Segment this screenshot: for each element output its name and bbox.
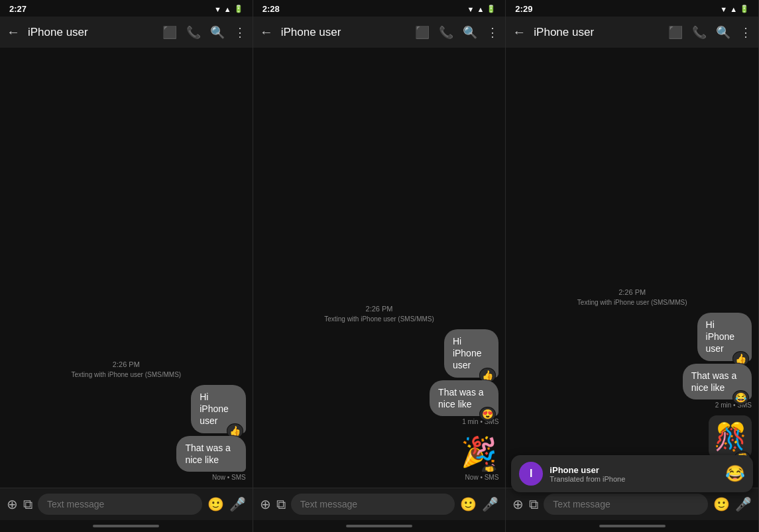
status-icons-2: ▼ ▲ 🔋 (467, 5, 496, 13)
system-label-1: Texting with iPhone user (SMS/MMS) (7, 371, 246, 378)
bubble-3-2: That was a nice like 😂 (683, 364, 752, 399)
signal-icon-2: ▲ (477, 5, 484, 13)
add-icon-2[interactable]: ⊕ (260, 496, 271, 512)
status-bar-3: 2:29 ▼ ▲ 🔋 (506, 0, 758, 17)
signal-icon-3: ▲ (730, 5, 737, 13)
app-bar-2: ← iPhone user ⬛ 📞 🔍 ⋮ (253, 17, 506, 48)
phone-screen-2: 2:28 ▼ ▲ 🔋 ← iPhone user ⬛ 📞 🔍 ⋮ 2:26 PM… (253, 0, 506, 532)
notification-emoji-3: 😂 (725, 464, 745, 483)
nav-indicator-3 (506, 520, 758, 532)
status-time-3: 2:29 (515, 4, 532, 14)
wifi-icon-2: ▼ (467, 5, 475, 13)
video-call-icon-3[interactable]: ⬛ (667, 24, 684, 41)
signal-icon: ▲ (224, 5, 231, 13)
phone-screen-1: 2:27 ▼ ▲ 🔋 ← iPhone user ⬛ 📞 🔍 ⋮ 2:26 PM… (0, 0, 253, 532)
emoji-icon-1[interactable]: 🙂 (207, 496, 224, 512)
mic-icon-2[interactable]: 🎤 (482, 496, 498, 512)
message-row-3-1: Hi iPhone user 👍 (512, 313, 752, 361)
search-icon-2[interactable]: 🔍 (461, 24, 479, 41)
notification-text-3: iPhone user Translated from iPhone (550, 465, 719, 483)
attach-icon-3[interactable]: ⧉ (529, 497, 538, 512)
attach-icon-2[interactable]: ⧉ (276, 497, 286, 512)
message-area-3: 2:26 PM Texting with iPhone user (SMS/MM… (506, 48, 758, 488)
more-icon-2[interactable]: ⋮ (485, 24, 500, 41)
input-bar-3: ⊕ ⧉ 🙂 🎤 (506, 488, 758, 520)
back-button-3[interactable]: ← (508, 22, 530, 42)
nav-indicator-2 (253, 520, 506, 532)
phone-call-icon-1[interactable]: 📞 (185, 24, 202, 41)
wifi-icon-3: ▼ (720, 5, 727, 13)
notification-avatar-3: I (519, 462, 543, 486)
contact-name-1: iPhone user (28, 26, 157, 39)
message-row-2-3: 🎉 👎 Now • SMS (260, 432, 499, 485)
status-time-2: 2:28 (263, 4, 280, 14)
add-icon-3[interactable]: ⊕ (512, 496, 524, 512)
notification-banner-3[interactable]: I iPhone user Translated from iPhone 😂 (511, 455, 753, 492)
phone-call-icon-2[interactable]: 📞 (438, 24, 455, 41)
add-icon-1[interactable]: ⊕ (7, 496, 18, 512)
bubble-3-1: Hi iPhone user 👍 (697, 313, 752, 361)
back-button-2[interactable]: ← (256, 22, 277, 42)
reaction-3-2: 😂 (732, 390, 749, 405)
contact-name-2: iPhone user (281, 26, 410, 39)
reaction-2-3: 👎 (481, 464, 497, 472)
wifi-icon: ▼ (214, 5, 221, 13)
more-icon-1[interactable]: ⋮ (233, 24, 247, 41)
action-icons-2: ⬛ 📞 🔍 ⋮ (414, 24, 500, 41)
message-row-1-1: Hi iPhone user 👍 (7, 385, 246, 433)
video-call-icon-2[interactable]: ⬛ (414, 24, 431, 41)
bubble-2-2: That was a nice like 😍 (430, 380, 498, 416)
emoji-sticker-2-3: 🎉 👎 (459, 432, 498, 472)
timestamp-3: 2:26 PM (512, 288, 752, 296)
emoji-icon-2[interactable]: 🙂 (460, 496, 477, 512)
msg-meta-2-3: Now • SMS (465, 474, 499, 481)
timestamp-1: 2:26 PM (7, 360, 246, 368)
notification-sub-3: Translated from iPhone (550, 475, 719, 483)
text-input-2[interactable] (291, 494, 455, 515)
attach-icon-1[interactable]: ⧉ (23, 497, 32, 512)
nav-bar-1 (93, 525, 159, 527)
action-icons-3: ⬛ 📞 🔍 ⋮ (667, 24, 753, 41)
bubble-1-1: Hi iPhone user 👍 (191, 385, 245, 433)
phone-call-icon-3[interactable]: 📞 (691, 24, 708, 41)
back-button-1[interactable]: ← (3, 22, 24, 42)
status-bar-1: 2:27 ▼ ▲ 🔋 (0, 0, 253, 17)
status-icons-1: ▼ ▲ 🔋 (214, 5, 243, 13)
search-icon-3[interactable]: 🔍 (715, 24, 732, 41)
message-row-1-2: That was a nice like Now • SMS (7, 436, 246, 485)
nav-bar-3 (599, 525, 666, 527)
notification-name-3: iPhone user (550, 465, 719, 475)
battery-icon: 🔋 (234, 5, 243, 13)
text-input-3[interactable] (544, 494, 708, 515)
message-row-3-2: That was a nice like 😂 2 min • SMS (512, 364, 752, 413)
message-area-2: 2:26 PM Texting with iPhone user (SMS/MM… (253, 48, 506, 488)
video-call-icon-1[interactable]: ⬛ (161, 24, 178, 41)
message-row-2-2: That was a nice like 😍 1 min • SMS (260, 380, 499, 429)
app-bar-1: ← iPhone user ⬛ 📞 🔍 ⋮ (0, 17, 253, 48)
sticker-3-3: 🎊 👎 (709, 415, 752, 458)
mic-icon-3[interactable]: 🎤 (735, 496, 752, 512)
battery-icon-2: 🔋 (487, 5, 496, 13)
action-icons-1: ⬛ 📞 🔍 ⋮ (161, 24, 247, 41)
timestamp-2: 2:26 PM (260, 305, 499, 313)
phone-screen-3: 2:29 ▼ ▲ 🔋 ← iPhone user ⬛ 📞 🔍 ⋮ 2:26 PM… (506, 0, 759, 532)
system-label-2: Texting with iPhone user (SMS/MMS) (260, 315, 499, 323)
app-bar-3: ← iPhone user ⬛ 📞 🔍 ⋮ (506, 17, 758, 48)
input-bar-1: ⊕ ⧉ 🙂 🎤 (0, 488, 253, 520)
system-label-3: Texting with iPhone user (SMS/MMS) (512, 299, 752, 306)
mic-icon-1[interactable]: 🎤 (229, 496, 246, 512)
status-time-1: 2:27 (9, 4, 27, 14)
nav-bar-2 (346, 525, 412, 527)
emoji-icon-3[interactable]: 🙂 (713, 496, 730, 512)
message-area-1: 2:26 PM Texting with iPhone user (SMS/MM… (0, 48, 253, 488)
msg-meta-1-2: Now • SMS (212, 474, 246, 481)
message-row-2-1: Hi iPhone user 👍 (260, 329, 499, 378)
status-bar-2: 2:28 ▼ ▲ 🔋 (253, 0, 506, 17)
input-bar-2: ⊕ ⧉ 🙂 🎤 (253, 488, 506, 520)
bubble-1-2: That was a nice like (176, 436, 245, 472)
search-icon-1[interactable]: 🔍 (209, 24, 226, 41)
more-icon-3[interactable]: ⋮ (738, 24, 753, 41)
contact-name-3: iPhone user (534, 26, 663, 39)
text-input-1[interactable] (38, 494, 202, 515)
battery-icon-3: 🔋 (740, 5, 749, 13)
